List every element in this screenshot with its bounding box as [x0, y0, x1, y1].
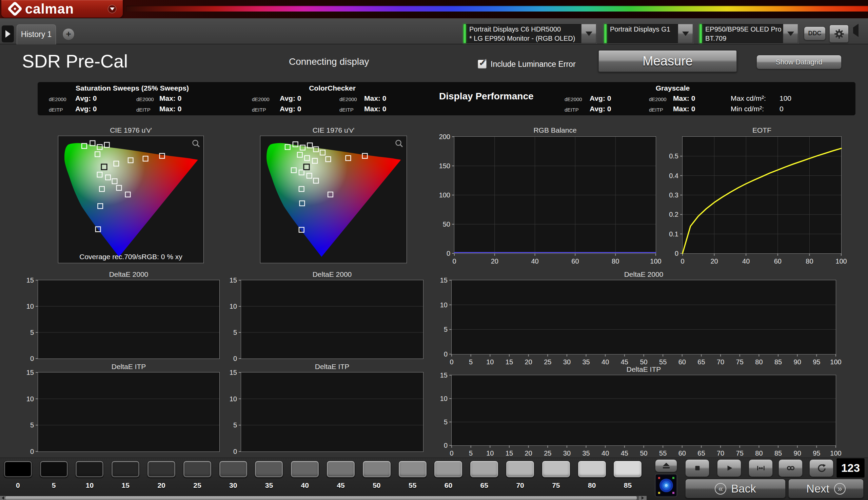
include-luminance-error-checkbox[interactable]: ✓ ✓ [478, 60, 487, 69]
measure-button[interactable]: Measure [598, 50, 737, 72]
gray-patch-swatch[interactable] [362, 461, 391, 478]
gray-patch-swatch[interactable] [542, 461, 570, 478]
gray-patch-0[interactable]: 0 [0, 458, 36, 496]
meter-dropdown-button[interactable] [678, 24, 693, 43]
collapse-panel-icon[interactable] [853, 27, 858, 34]
measure-count-display[interactable]: 123 [836, 458, 865, 478]
svg-text:0: 0 [450, 358, 453, 366]
svg-text:0.3: 0.3 [669, 191, 679, 199]
gray-patch-75[interactable]: 75 [538, 458, 574, 496]
gray-patch-swatch[interactable] [183, 461, 211, 478]
deitpb-canvas: 051015 [241, 373, 423, 452]
gray-patch-label: 35 [251, 481, 287, 489]
zoom-icon[interactable] [191, 139, 201, 148]
meter-select-pattern-generator[interactable]: Portrait Displays G1 [603, 23, 693, 44]
gray-patch-swatch[interactable] [147, 461, 176, 478]
gray-patch-label: 0 [0, 481, 36, 489]
gray-patch-swatch[interactable] [40, 461, 68, 478]
meter-select-source[interactable]: Portrait Displays C6 HDR5000 * LG EP950 … [463, 23, 597, 44]
gray-patch-35[interactable]: 35 [251, 458, 287, 496]
gray-patch-85[interactable]: 85 [610, 458, 646, 496]
pattern-generator-button[interactable] [655, 474, 677, 497]
gray-patch-swatch[interactable] [470, 461, 498, 478]
eotf-title: EOTF [682, 126, 842, 134]
play-button[interactable] [717, 459, 741, 477]
gray-patch-swatch[interactable] [111, 461, 140, 478]
metric-label: dE2000 [565, 96, 582, 102]
ddc-button[interactable]: DDC [804, 26, 826, 41]
chevron-down-icon [682, 32, 689, 36]
next-label: Next [806, 482, 829, 495]
settings-button[interactable] [829, 25, 849, 43]
de2000-grayscale-title: DeltaE 2000 [451, 270, 836, 279]
gray-patch-swatch[interactable] [434, 461, 462, 478]
gray-patch-60[interactable]: 60 [431, 458, 466, 496]
tab-history-1[interactable]: History 1 [16, 24, 56, 44]
svg-text:55: 55 [659, 358, 667, 366]
gray-patch-swatch[interactable] [398, 461, 427, 478]
svg-text:85: 85 [774, 358, 782, 366]
pattern-window-toggle-button[interactable] [655, 459, 677, 472]
gray-patch-swatch[interactable] [613, 461, 642, 478]
cie-chart-colorchecker [260, 136, 407, 263]
scroll-left-icon[interactable] [0, 496, 5, 500]
min-luminance-label: Min cd/m²: [731, 105, 764, 113]
gray-patch-swatch[interactable] [219, 461, 247, 478]
gray-patch-swatch[interactable] [506, 461, 534, 478]
refresh-button[interactable] [809, 459, 833, 477]
gray-patch-70[interactable]: 70 [502, 458, 538, 496]
gray-patch-45[interactable]: 45 [323, 458, 359, 496]
gray-patch-5[interactable]: 5 [36, 458, 72, 496]
gray-patch-swatch[interactable] [578, 461, 606, 478]
gray-patch-50[interactable]: 50 [359, 458, 395, 496]
gray-patch-swatch[interactable] [255, 461, 283, 478]
page-title: SDR Pre-Cal [22, 51, 128, 71]
metric-label: dE2000 [339, 96, 357, 102]
gray-patch-25[interactable]: 25 [180, 458, 215, 496]
meter-dropdown-button[interactable] [581, 24, 596, 43]
step-range-icon [756, 463, 766, 473]
gray-patch-label: 75 [538, 481, 574, 489]
gray-patch-swatch[interactable] [4, 461, 32, 478]
calman-logo-menu[interactable]: calman [1, 0, 123, 18]
gray-patch-55[interactable]: 55 [395, 458, 431, 496]
workspace-nav-button[interactable] [2, 25, 14, 42]
play-icon [724, 463, 734, 473]
cie-horseshoe-canvas [261, 136, 406, 263]
add-tab-button[interactable]: + [62, 28, 74, 41]
svg-text:15: 15 [440, 276, 448, 284]
gray-patch-label: 45 [323, 481, 359, 489]
svg-text:50: 50 [640, 450, 647, 457]
metric-value: Avg: 0 [590, 105, 611, 113]
gray-patch-10[interactable]: 10 [72, 458, 108, 496]
gray-patch-15[interactable]: 15 [107, 458, 143, 496]
meter-line2: BT.709 [705, 34, 781, 43]
gray-patch-80[interactable]: 80 [574, 458, 610, 496]
gray-patch-20[interactable]: 20 [143, 458, 180, 496]
gray-patch-swatch[interactable] [75, 461, 104, 478]
gray-patch-swatch[interactable] [291, 461, 319, 478]
rgb-balance-chart: 020406080100050100150200 [454, 136, 656, 254]
svg-text:80: 80 [755, 358, 763, 366]
scroll-right-icon[interactable] [639, 496, 647, 500]
logo-menu-caret-icon[interactable] [108, 5, 116, 13]
metric-label: dE2000 [252, 96, 269, 102]
gray-patch-swatch[interactable] [326, 461, 355, 478]
refresh-icon [817, 463, 826, 473]
svg-text:50: 50 [640, 358, 647, 366]
svg-text:5: 5 [469, 450, 473, 457]
patch-strip-scrollbar[interactable] [0, 496, 647, 500]
back-button[interactable]: « Back [685, 479, 786, 498]
scrollbar-thumb[interactable] [5, 496, 637, 500]
meter-dropdown-button[interactable] [783, 24, 798, 43]
meter-select-colorspace[interactable]: EP950/BP95E OLED Pro BT.709 [699, 23, 798, 44]
gray-patch-65[interactable]: 65 [466, 458, 502, 496]
step-range-button[interactable] [749, 459, 773, 477]
gray-patch-40[interactable]: 40 [287, 458, 323, 496]
zoom-icon[interactable] [394, 139, 404, 148]
next-button[interactable]: Next » [788, 479, 864, 498]
continuous-measure-button[interactable] [778, 459, 802, 477]
show-datagrid-button[interactable]: Show Datagrid [756, 55, 842, 69]
gray-patch-30[interactable]: 30 [215, 458, 251, 496]
stop-button[interactable] [685, 459, 709, 477]
